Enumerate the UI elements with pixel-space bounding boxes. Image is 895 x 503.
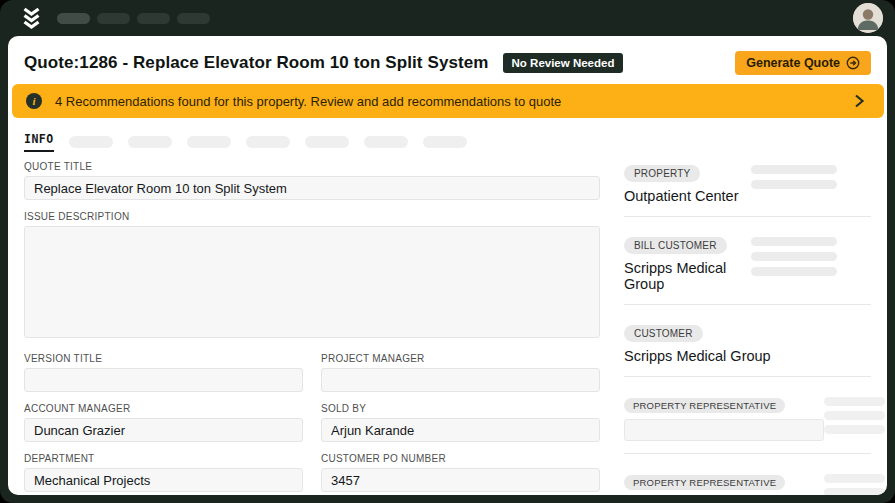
project-manager-input[interactable] <box>321 368 600 392</box>
account-manager-input[interactable] <box>24 418 303 442</box>
nav-menu-placeholder[interactable] <box>177 13 210 24</box>
field-project-manager: PROJECT MANAGER <box>321 353 600 392</box>
review-status-badge: No Review Needed <box>503 53 624 73</box>
sold-by-input[interactable] <box>321 418 600 442</box>
quote-sidebar: PROPERTY Outpatient Center BILL CUSTOMER… <box>624 161 871 495</box>
bill-customer-badge: BILL CUSTOMER <box>624 237 727 254</box>
nav-menu-placeholder[interactable] <box>97 13 130 24</box>
property-representative-badge: PROPERTY REPRESENTATIVE <box>624 398 785 413</box>
tab-placeholder[interactable] <box>69 136 113 148</box>
generate-quote-label: Generate Quote <box>746 56 840 70</box>
recommendations-banner[interactable]: i 4 Recommendations found for this prope… <box>12 84 884 118</box>
field-department: DEPARTMENT <box>24 453 303 492</box>
user-avatar[interactable] <box>853 3 883 33</box>
loading-placeholder <box>751 163 837 204</box>
bill-customer-section: BILL CUSTOMER Scripps Medical Group <box>624 216 871 304</box>
field-account-manager: ACCOUNT MANAGER <box>24 403 303 442</box>
tab-placeholder[interactable] <box>305 136 349 148</box>
property-badge: PROPERTY <box>624 165 700 182</box>
quote-detail-page: Quote:1286 - Replace Elevator Room 10 to… <box>8 36 887 495</box>
chevron-right-icon[interactable] <box>852 93 866 109</box>
sold-by-label: SOLD BY <box>321 403 600 414</box>
quote-title-input[interactable] <box>24 176 600 200</box>
issue-description-textarea[interactable] <box>24 226 600 338</box>
bill-customer-value: Scripps Medical Group <box>624 260 751 292</box>
field-sold-by: SOLD BY <box>321 403 600 442</box>
field-customer-po: CUSTOMER PO NUMBER <box>321 453 600 492</box>
property-representative-input[interactable] <box>624 419 824 441</box>
nav-menu-placeholder[interactable] <box>57 13 90 24</box>
field-version-title: VERSION TITLE <box>24 353 303 392</box>
property-representative-section: PROPERTY REPRESENTATIVE <box>624 376 871 453</box>
tab-placeholder[interactable] <box>423 136 467 148</box>
customer-badge: CUSTOMER <box>624 325 703 342</box>
quote-title-label: QUOTE TITLE <box>24 161 600 172</box>
version-title-input[interactable] <box>24 368 303 392</box>
customer-value: Scripps Medical Group <box>624 348 771 364</box>
department-label: DEPARTMENT <box>24 453 303 464</box>
customer-po-input[interactable] <box>321 468 600 492</box>
tab-placeholder[interactable] <box>364 136 408 148</box>
page-content: QUOTE TITLE ISSUE DESCRIPTION VERSION TI… <box>8 153 887 495</box>
nav-menu-placeholder[interactable] <box>137 13 170 24</box>
issue-description-label: ISSUE DESCRIPTION <box>24 211 600 222</box>
loading-placeholder <box>824 395 885 441</box>
tab-info[interactable]: INFO <box>24 132 54 152</box>
field-issue-description: ISSUE DESCRIPTION <box>24 211 600 342</box>
field-quote-title: QUOTE TITLE <box>24 161 600 200</box>
page-header: Quote:1286 - Replace Elevator Room 10 to… <box>8 36 887 84</box>
property-section: PROPERTY Outpatient Center <box>624 161 871 216</box>
circle-arrow-icon <box>846 56 860 70</box>
page-title: Quote:1286 - Replace Elevator Room 10 to… <box>24 53 489 73</box>
department-input[interactable] <box>24 468 303 492</box>
quote-form: QUOTE TITLE ISSUE DESCRIPTION VERSION TI… <box>24 161 600 495</box>
customer-po-label: CUSTOMER PO NUMBER <box>321 453 600 464</box>
tab-placeholder[interactable] <box>128 136 172 148</box>
account-manager-label: ACCOUNT MANAGER <box>24 403 303 414</box>
generate-quote-button[interactable]: Generate Quote <box>735 51 871 75</box>
app-window: Quote:1286 - Replace Elevator Room 10 to… <box>0 0 895 503</box>
loading-placeholder <box>751 235 837 292</box>
tab-bar: INFO <box>8 131 887 153</box>
tab-placeholder[interactable] <box>246 136 290 148</box>
app-logo-icon[interactable] <box>22 7 41 30</box>
tab-placeholder[interactable] <box>187 136 231 148</box>
property-representative-section: PROPERTY REPRESENTATIVE <box>624 453 871 495</box>
info-icon: i <box>26 93 42 109</box>
banner-message: 4 Recommendations found for this propert… <box>55 94 561 109</box>
loading-placeholder <box>824 472 885 495</box>
version-title-label: VERSION TITLE <box>24 353 303 364</box>
project-manager-label: PROJECT MANAGER <box>321 353 600 364</box>
top-nav-bar <box>0 0 895 36</box>
property-representative-badge: PROPERTY REPRESENTATIVE <box>624 475 785 490</box>
customer-section: CUSTOMER Scripps Medical Group <box>624 304 871 376</box>
property-value: Outpatient Center <box>624 188 738 204</box>
